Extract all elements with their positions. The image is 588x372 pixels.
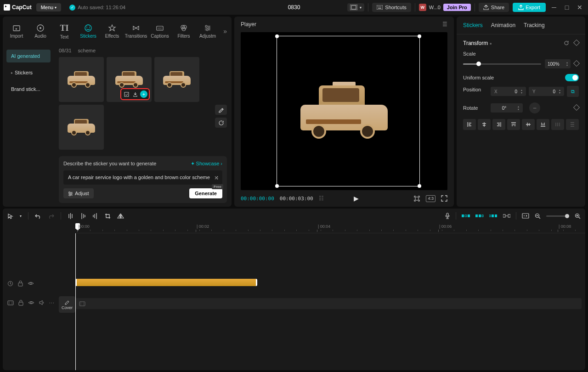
- cover-button[interactable]: Cover: [59, 296, 75, 313]
- project-title[interactable]: 0830: [288, 4, 300, 11]
- position-y[interactable]: Y0▴▾: [529, 87, 564, 96]
- align-left-icon[interactable]: [463, 119, 476, 130]
- rotate-keyframe-icon[interactable]: [574, 105, 579, 111]
- handle-tr[interactable]: [418, 34, 421, 38]
- sidebar-brand[interactable]: Brand stick...: [6, 83, 51, 96]
- lock-icon[interactable]: [18, 281, 23, 287]
- aspect-ratio[interactable]: 4:3: [426, 195, 435, 202]
- eye-icon[interactable]: [28, 281, 34, 286]
- regenerate-icon[interactable]: [215, 118, 227, 128]
- split-icon[interactable]: [68, 213, 74, 220]
- more-icon[interactable]: ···: [49, 300, 55, 305]
- undo-icon[interactable]: [35, 213, 41, 219]
- handle-br[interactable]: [418, 184, 421, 188]
- tab-text[interactable]: TIText: [52, 19, 76, 43]
- reset-icon[interactable]: [564, 40, 570, 46]
- scale-slider[interactable]: [463, 63, 541, 65]
- close-button[interactable]: ✕: [575, 3, 584, 12]
- shortcuts-button[interactable]: Shortcuts: [372, 3, 411, 12]
- uniform-scale-toggle[interactable]: [565, 74, 579, 81]
- tab-stickers-insp[interactable]: Stickers: [463, 22, 483, 28]
- clock-icon[interactable]: [7, 281, 13, 287]
- align-top-icon[interactable]: [507, 119, 520, 130]
- preview-render-icon[interactable]: [522, 213, 529, 219]
- tab-tracking[interactable]: Tracking: [524, 22, 545, 28]
- handle-tl[interactable]: [275, 34, 279, 38]
- tab-transitions[interactable]: Transitions: [124, 19, 148, 43]
- prompt-input[interactable]: A car repair service logo with a golden …: [63, 170, 222, 185]
- mic-icon[interactable]: [445, 213, 450, 219]
- tab-adjust[interactable]: Adjustm: [196, 19, 220, 43]
- video-track[interactable]: [75, 298, 582, 309]
- tab-filters[interactable]: Filters: [172, 19, 196, 43]
- sticker-3[interactable]: [154, 57, 199, 102]
- sticker-clip[interactable]: [75, 279, 257, 286]
- share-button[interactable]: Share: [479, 3, 509, 12]
- playhead-line[interactable]: [75, 233, 76, 370]
- lock-icon-2[interactable]: [18, 300, 23, 306]
- player-viewport[interactable]: [241, 32, 447, 190]
- fullscreen-icon[interactable]: [441, 195, 447, 202]
- magnet3-icon[interactable]: [489, 213, 498, 219]
- sidebar-ai-generated[interactable]: AI generated: [6, 50, 51, 62]
- mirror-icon[interactable]: [117, 213, 124, 219]
- menu-button[interactable]: Menu▾: [36, 3, 62, 11]
- keyframe-diamond-icon[interactable]: [574, 40, 579, 46]
- sticker-2[interactable]: +: [107, 57, 152, 102]
- preview-sticker[interactable]: [300, 84, 388, 139]
- compare-icon[interactable]: ☷: [319, 195, 324, 202]
- edit-prompt-icon[interactable]: [215, 105, 227, 115]
- sticker-4[interactable]: [59, 105, 104, 150]
- adjust-button[interactable]: Adjust: [63, 188, 94, 198]
- tab-stickers[interactable]: Stickers: [76, 19, 100, 43]
- tracks-body[interactable]: [75, 233, 585, 370]
- zoom-in-icon[interactable]: [575, 213, 581, 219]
- sidebar-stickers[interactable]: ▸Stickers: [6, 66, 51, 79]
- rotate-value[interactable]: 0°▴▾: [491, 103, 523, 113]
- more-tabs[interactable]: »: [220, 28, 230, 35]
- trim-left-icon[interactable]: [80, 213, 86, 220]
- export-button[interactable]: Export: [513, 3, 546, 12]
- play-button[interactable]: ▶: [354, 195, 359, 202]
- pointer-tool-icon[interactable]: [7, 213, 13, 219]
- align-right-icon[interactable]: [492, 119, 505, 130]
- player-menu-icon[interactable]: ☰: [442, 21, 447, 28]
- shuffle-icon[interactable]: ⤨: [214, 174, 219, 182]
- sticker-add-icon[interactable]: +: [140, 90, 147, 98]
- user-area[interactable]: W W...0 Join Pro: [419, 4, 471, 11]
- crop-icon[interactable]: [105, 213, 111, 219]
- sticker-download-icon[interactable]: [131, 90, 139, 98]
- zoom-slider[interactable]: [546, 215, 569, 217]
- pointer-dropdown[interactable]: ▾: [20, 214, 22, 218]
- position-x[interactable]: X0▴▾: [491, 87, 526, 96]
- magnet1-icon[interactable]: [462, 213, 470, 219]
- magnet2-icon[interactable]: [475, 213, 484, 219]
- sticker-edit-icon[interactable]: [123, 90, 130, 98]
- align-vcenter-icon[interactable]: [522, 119, 535, 130]
- align-hcenter-icon[interactable]: [478, 119, 491, 130]
- safe-zone-icon[interactable]: [413, 195, 420, 202]
- scale-value[interactable]: 100%▴▾: [545, 59, 571, 68]
- tab-effects[interactable]: Effects: [100, 19, 124, 43]
- snap-icon[interactable]: [503, 213, 510, 219]
- timeline-ruler[interactable]: |00:00 | 00:02 | 00:04 | 00:06 | 00:08: [75, 223, 585, 233]
- handle-bl[interactable]: [275, 184, 279, 188]
- sticker-1[interactable]: [59, 57, 104, 102]
- speaker-icon[interactable]: [39, 300, 45, 305]
- trim-right-icon[interactable]: [92, 213, 98, 220]
- eye-icon-2[interactable]: [28, 300, 34, 305]
- showcase-button[interactable]: ✦ Showcase ›: [191, 161, 222, 167]
- align-bottom-icon[interactable]: [537, 119, 549, 130]
- rotate-dial[interactable]: –: [529, 102, 540, 113]
- video-icon[interactable]: [7, 300, 14, 305]
- tab-captions[interactable]: CCCaptions: [148, 19, 172, 43]
- maximize-button[interactable]: □: [562, 3, 571, 12]
- scale-keyframe-icon[interactable]: [574, 61, 579, 67]
- tab-import[interactable]: Import: [5, 19, 28, 43]
- tab-animation[interactable]: Animation: [491, 22, 515, 28]
- minimize-button[interactable]: ─: [549, 3, 559, 12]
- zoom-out-icon[interactable]: [535, 213, 541, 219]
- tab-audio[interactable]: Audio: [28, 19, 52, 43]
- aspect-button[interactable]: ▾: [347, 3, 364, 11]
- join-pro-badge[interactable]: Join Pro: [443, 4, 471, 11]
